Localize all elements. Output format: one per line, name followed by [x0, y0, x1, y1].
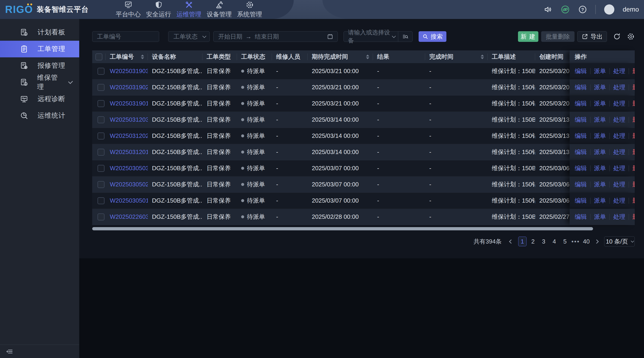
- order-id-link[interactable]: W2025031902: [110, 84, 148, 91]
- sort-icon[interactable]: [366, 55, 369, 59]
- row-checkbox[interactable]: [98, 149, 104, 156]
- edit-action[interactable]: 编辑: [575, 196, 587, 205]
- device-browse-button[interactable]: [398, 31, 412, 42]
- edit-action[interactable]: 编辑: [575, 213, 587, 221]
- row-checkbox[interactable]: [98, 100, 104, 107]
- process-action[interactable]: 处理: [613, 196, 625, 205]
- nav-tab-device-management[interactable]: 设备管理: [204, 0, 234, 19]
- order-id-link[interactable]: W2025030503: [110, 165, 148, 172]
- sort-icon[interactable]: [481, 55, 484, 59]
- order-id-link[interactable]: W2025031201: [110, 149, 148, 156]
- process-action[interactable]: 处理: [613, 180, 625, 188]
- process-action[interactable]: 处理: [613, 132, 625, 140]
- order-number-input[interactable]: [92, 33, 159, 40]
- pagination-page-5[interactable]: 5: [561, 237, 569, 246]
- order-status-select[interactable]: 工单状态: [168, 31, 210, 42]
- delete-action[interactable]: 删除: [632, 148, 635, 156]
- dispatch-action[interactable]: 派单: [594, 116, 606, 124]
- search-button[interactable]: 搜索: [418, 31, 446, 42]
- pagination-next-icon[interactable]: [594, 239, 598, 243]
- sidebar-item-ops-statistics[interactable]: 运维统计: [0, 107, 79, 124]
- dispatch-action[interactable]: 派单: [594, 213, 606, 221]
- order-id-link[interactable]: W2025031202: [110, 132, 148, 140]
- pagination-prev-icon[interactable]: [509, 239, 513, 243]
- select-all-checkbox[interactable]: [96, 53, 102, 60]
- edit-action[interactable]: 编辑: [575, 99, 587, 108]
- nav-tab-ops-management[interactable]: 运维管理: [174, 0, 204, 19]
- delete-action[interactable]: 删除: [632, 99, 635, 108]
- edit-action[interactable]: 编辑: [575, 148, 587, 156]
- order-id-link[interactable]: W2025022603: [110, 213, 148, 220]
- delete-action[interactable]: 删除: [632, 213, 635, 221]
- table-settings-button[interactable]: [627, 33, 635, 40]
- dispatch-action[interactable]: 派单: [594, 180, 606, 188]
- order-id-link[interactable]: W2025031901: [110, 100, 148, 107]
- date-range-picker[interactable]: 开始日期 → 结束日期: [213, 31, 338, 42]
- delete-action[interactable]: 删除: [632, 132, 635, 140]
- pagination-page-4[interactable]: 4: [550, 237, 558, 246]
- edit-action[interactable]: 编辑: [575, 164, 587, 172]
- row-checkbox[interactable]: [98, 68, 104, 75]
- process-action[interactable]: 处理: [613, 67, 625, 75]
- nav-tab-system-management[interactable]: 系统管理: [234, 0, 265, 19]
- delete-action[interactable]: 删除: [632, 116, 635, 124]
- sidebar-item-work-orders[interactable]: 工单管理: [0, 41, 79, 57]
- horizontal-scrollbar-thumb[interactable]: [92, 227, 593, 230]
- pagination-page-40[interactable]: 40: [582, 237, 590, 246]
- order-id-link[interactable]: W2025031903: [110, 67, 148, 75]
- create-button[interactable]: 新 建: [518, 31, 538, 42]
- collapse-sidebar-icon[interactable]: [6, 348, 14, 355]
- process-action[interactable]: 处理: [613, 99, 625, 108]
- device-select[interactable]: 请输入或选择设备: [344, 31, 398, 42]
- nav-tab-safety[interactable]: 安全运行: [144, 0, 174, 19]
- row-checkbox[interactable]: [98, 165, 104, 172]
- pagination-ellipsis[interactable]: •••: [572, 237, 580, 246]
- avatar[interactable]: [604, 4, 614, 14]
- col-header-expected-time[interactable]: 期待完成时间: [308, 50, 373, 63]
- help-icon[interactable]: ?: [578, 5, 587, 14]
- edit-action[interactable]: 编辑: [575, 132, 587, 140]
- batch-delete-button[interactable]: 批量删除: [541, 31, 574, 42]
- process-action[interactable]: 处理: [613, 116, 625, 124]
- row-checkbox[interactable]: [98, 181, 104, 188]
- delete-action[interactable]: 删除: [632, 67, 635, 75]
- pagination-page-3[interactable]: 3: [540, 237, 548, 246]
- sidebar-item-remote-diagnosis[interactable]: 远程诊断: [0, 91, 79, 107]
- process-action[interactable]: 处理: [613, 148, 625, 156]
- order-id-link[interactable]: W2025030502: [110, 181, 148, 188]
- sidebar-item-repair-management[interactable]: 报修管理: [0, 57, 79, 74]
- pagination-page-2[interactable]: 2: [529, 237, 537, 246]
- process-action[interactable]: 处理: [613, 213, 625, 221]
- page-size-select[interactable]: 10 条/页: [604, 236, 635, 246]
- dispatch-action[interactable]: 派单: [594, 196, 606, 205]
- delete-action[interactable]: 删除: [632, 164, 635, 172]
- pagination-page-1[interactable]: 1: [518, 237, 526, 246]
- process-action[interactable]: 处理: [613, 164, 625, 172]
- process-action[interactable]: 处理: [613, 83, 625, 91]
- refresh-button[interactable]: [613, 33, 621, 40]
- row-checkbox[interactable]: [98, 133, 104, 140]
- edit-action[interactable]: 编辑: [575, 180, 587, 188]
- delete-action[interactable]: 删除: [632, 180, 635, 188]
- export-button[interactable]: 导出: [577, 31, 607, 42]
- dispatch-action[interactable]: 派单: [594, 99, 606, 108]
- delete-action[interactable]: 删除: [632, 196, 635, 205]
- sidebar-item-maintenance-management[interactable]: 维保管理: [0, 74, 79, 91]
- row-checkbox[interactable]: [98, 213, 104, 220]
- row-checkbox[interactable]: [98, 197, 104, 204]
- volume-icon[interactable]: [544, 5, 552, 14]
- col-header-finish-time[interactable]: 完成时间: [425, 50, 488, 63]
- row-checkbox[interactable]: [98, 84, 104, 91]
- dispatch-action[interactable]: 派单: [594, 67, 606, 75]
- edit-action[interactable]: 编辑: [575, 67, 587, 75]
- col-header-order-id[interactable]: 工单编号: [106, 50, 148, 63]
- sidebar-item-plan-board[interactable]: 计划看板: [0, 24, 79, 41]
- row-checkbox[interactable]: [98, 116, 104, 123]
- dispatch-action[interactable]: 派单: [594, 164, 606, 172]
- dispatch-action[interactable]: 派单: [594, 83, 606, 91]
- dispatch-action[interactable]: 派单: [594, 132, 606, 140]
- order-id-link[interactable]: W2025031203: [110, 116, 148, 123]
- nav-tab-platform-center[interactable]: 平台中心: [113, 0, 144, 19]
- edit-action[interactable]: 编辑: [575, 83, 587, 91]
- edit-action[interactable]: 编辑: [575, 116, 587, 124]
